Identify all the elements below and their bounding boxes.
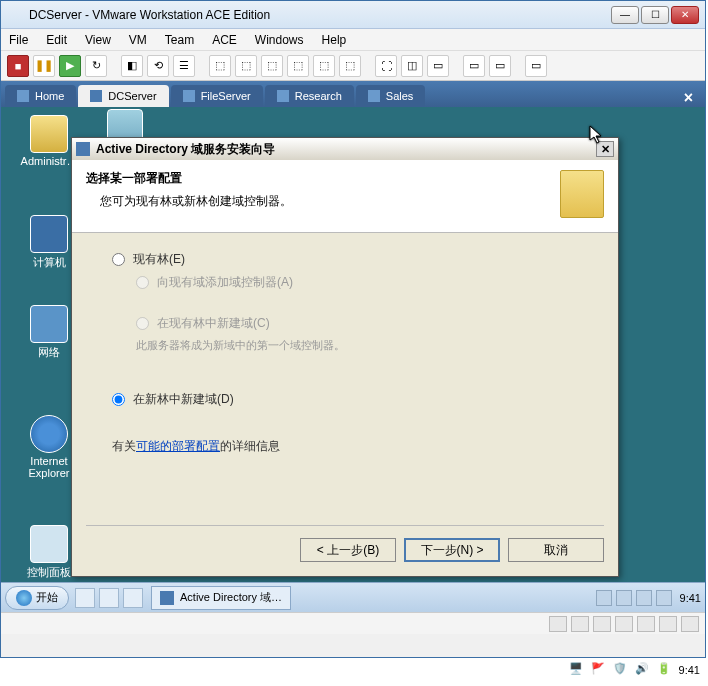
tray-icon-2[interactable] — [616, 590, 632, 606]
host-tray-volume-icon[interactable]: 🔊 — [635, 662, 651, 678]
status-sound-icon[interactable] — [659, 616, 677, 632]
host-tray-clock[interactable]: 9:41 — [679, 664, 700, 676]
view-button-4[interactable]: ▭ — [525, 55, 547, 77]
view-button-2[interactable]: ▭ — [463, 55, 485, 77]
more-info-prefix: 有关 — [112, 439, 136, 453]
menu-windows[interactable]: Windows — [255, 33, 304, 47]
status-lock-icon[interactable] — [681, 616, 699, 632]
tool-button-1[interactable]: ⬚ — [209, 55, 231, 77]
tray-clock[interactable]: 9:41 — [680, 592, 701, 604]
next-button[interactable]: 下一步(N) > — [404, 538, 500, 562]
menu-team[interactable]: Team — [165, 33, 194, 47]
vm-icon — [90, 90, 102, 102]
folder-icon — [30, 115, 68, 153]
host-tray-flag-icon[interactable]: 🚩 — [591, 662, 607, 678]
helper-text: 此服务器将成为新域中的第一个域控制器。 — [136, 338, 590, 353]
menu-help[interactable]: Help — [322, 33, 347, 47]
start-button[interactable]: 开始 — [5, 586, 69, 610]
tab-home[interactable]: Home — [5, 85, 76, 107]
view-button-1[interactable]: ▭ — [427, 55, 449, 77]
tab-sales-label: Sales — [386, 90, 414, 102]
status-cd-icon[interactable] — [571, 616, 589, 632]
back-button[interactable]: < 上一步(B) — [300, 538, 396, 562]
ql-explorer-icon[interactable] — [99, 588, 119, 608]
vmw-app-icon — [7, 7, 23, 23]
menu-file[interactable]: File — [9, 33, 28, 47]
dialog-button-row: < 上一步(B) 下一步(N) > 取消 — [86, 525, 604, 562]
status-net-icon[interactable] — [615, 616, 633, 632]
close-button[interactable]: ✕ — [671, 6, 699, 24]
more-info-link[interactable]: 可能的部署配置 — [136, 439, 220, 453]
radio-add-dc-label: 向现有域添加域控制器(A) — [157, 274, 293, 291]
ql-showdesktop-icon[interactable] — [75, 588, 95, 608]
tab-dcserver[interactable]: DCServer — [78, 85, 168, 107]
poweroff-button[interactable]: ■ — [7, 55, 29, 77]
host-tray-battery-icon[interactable]: 🔋 — [657, 662, 673, 678]
tab-close-button[interactable]: × — [676, 89, 701, 107]
tool-button-4[interactable]: ⬚ — [287, 55, 309, 77]
menu-edit[interactable]: Edit — [46, 33, 67, 47]
fullscreen-button[interactable]: ⛶ — [375, 55, 397, 77]
tray-network-icon[interactable] — [636, 590, 652, 606]
vmw-titlebar: DCServer - VMware Workstation ACE Editio… — [1, 1, 705, 29]
home-icon — [17, 90, 29, 102]
dialog-titlebar[interactable]: Active Directory 域服务安装向导 ✕ — [72, 138, 618, 160]
dialog-close-button[interactable]: ✕ — [596, 141, 614, 157]
host-taskbar-tray: 🖥️ 🚩 🛡️ 🔊 🔋 9:41 — [0, 658, 708, 682]
menu-view[interactable]: View — [85, 33, 111, 47]
taskbar-item-adwizard[interactable]: Active Directory 域… — [151, 586, 291, 610]
status-hdd-icon[interactable] — [549, 616, 567, 632]
menu-vm[interactable]: VM — [129, 33, 147, 47]
unity-button[interactable]: ◫ — [401, 55, 423, 77]
vm-icon — [368, 90, 380, 102]
ie-icon — [30, 415, 68, 453]
dialog-body: 现有林(E) 向现有域添加域控制器(A) 在现有林中新建域(C) 此服务器将成为… — [72, 233, 618, 465]
minimize-button[interactable]: — — [611, 6, 639, 24]
tab-fileserver[interactable]: FileServer — [171, 85, 263, 107]
tool-button-2[interactable]: ⬚ — [235, 55, 257, 77]
guest-taskbar: 开始 Active Directory 域… 9:41 — [1, 582, 705, 612]
tab-home-label: Home — [35, 90, 64, 102]
start-label: 开始 — [36, 590, 58, 605]
controlpanel-icon — [30, 525, 68, 563]
guest-desktop[interactable]: Administr… 计算机 网络 Internet Explorer 控制面板… — [1, 107, 705, 612]
tray-icon-1[interactable] — [596, 590, 612, 606]
network-icon — [30, 305, 68, 343]
windows-orb-icon — [16, 590, 32, 606]
radio-existing-forest[interactable] — [112, 253, 125, 266]
host-tray-monitor-icon[interactable]: 🖥️ — [569, 662, 585, 678]
radio-new-forest-label: 在新林中新建域(D) — [133, 391, 234, 408]
tool-button-3[interactable]: ⬚ — [261, 55, 283, 77]
tray-volume-icon[interactable] — [656, 590, 672, 606]
view-button-3[interactable]: ▭ — [489, 55, 511, 77]
suspend-button[interactable]: ❚❚ — [33, 55, 55, 77]
maximize-button[interactable]: ☐ — [641, 6, 669, 24]
ad-wizard-dialog: Active Directory 域服务安装向导 ✕ 选择某一部署配置 您可为现… — [71, 137, 619, 577]
ql-ie-icon[interactable] — [123, 588, 143, 608]
tab-sales[interactable]: Sales — [356, 85, 426, 107]
tab-fileserver-label: FileServer — [201, 90, 251, 102]
status-floppy-icon[interactable] — [593, 616, 611, 632]
snapshot-mgr-button[interactable]: ☰ — [173, 55, 195, 77]
reset-button[interactable]: ↻ — [85, 55, 107, 77]
radio-new-forest[interactable] — [112, 393, 125, 406]
vm-icon — [277, 90, 289, 102]
revert-button[interactable]: ⟲ — [147, 55, 169, 77]
poweron-button[interactable]: ▶ — [59, 55, 81, 77]
quick-launch — [75, 588, 143, 608]
cancel-button[interactable]: 取消 — [508, 538, 604, 562]
tool-button-6[interactable]: ⬚ — [339, 55, 361, 77]
more-info-row: 有关可能的部署配置的详细信息 — [112, 438, 590, 455]
tool-button-5[interactable]: ⬚ — [313, 55, 335, 77]
tab-research[interactable]: Research — [265, 85, 354, 107]
dialog-subheading: 您可为现有林或新林创建域控制器。 — [100, 193, 292, 210]
vmw-menubar: File Edit View VM Team ACE Windows Help — [1, 29, 705, 51]
more-info-suffix: 的详细信息 — [220, 439, 280, 453]
status-usb-icon[interactable] — [637, 616, 655, 632]
host-tray-shield-icon[interactable]: 🛡️ — [613, 662, 629, 678]
snapshot-button[interactable]: ◧ — [121, 55, 143, 77]
computer-icon — [30, 215, 68, 253]
menu-ace[interactable]: ACE — [212, 33, 237, 47]
radio-add-dc — [136, 276, 149, 289]
ad-icon — [76, 142, 90, 156]
